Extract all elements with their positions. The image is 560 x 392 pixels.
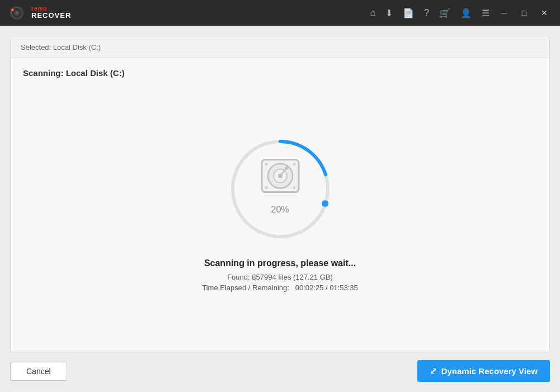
svg-point-16 xyxy=(293,186,295,189)
dynamic-recovery-button[interactable]: ⤢ Dynamic Recovery View xyxy=(417,360,550,382)
found-label: Found: xyxy=(227,273,250,281)
hdd-icon xyxy=(255,151,305,201)
scan-time: Time Elapsed / Remaining: 00:02:25 / 01:… xyxy=(202,284,357,292)
scan-header: Selected: Local Disk (C:) xyxy=(11,36,549,58)
bottom-bar: Cancel ⤢ Dynamic Recovery View xyxy=(10,360,550,382)
download-icon[interactable]: ⬇ xyxy=(385,8,393,18)
time-label: Time Elapsed / Remaining: xyxy=(202,284,289,292)
progress-area: 20% Scanning in progress, please wait...… xyxy=(23,83,537,342)
close-button[interactable]: ✕ xyxy=(535,4,553,22)
cancel-button[interactable]: Cancel xyxy=(10,362,67,381)
scan-status: Scanning in progress, please wait... Fou… xyxy=(202,258,357,292)
svg-point-14 xyxy=(293,163,295,166)
svg-point-13 xyxy=(265,163,267,166)
svg-point-15 xyxy=(265,186,267,189)
scan-body: Scanning: Local Disk (C:) xyxy=(11,58,549,352)
app-brand-recover: RECOVER xyxy=(31,12,71,20)
cart-icon[interactable]: 🛒 xyxy=(439,8,450,18)
selected-disk-label: Selected: Local Disk (C:) xyxy=(21,43,101,51)
title-bar: R remo RECOVER ⌂ ⬇ 📄 ? 🛒 👤 ☰ ─ □ xyxy=(0,0,560,26)
scanning-label: Scanning: Local Disk (C:) xyxy=(23,68,125,78)
found-files-value: 857994 files (127.21 GB) xyxy=(252,273,333,281)
app-logo: R xyxy=(7,3,27,23)
scan-progress-message: Scanning in progress, please wait... xyxy=(202,258,357,268)
minimize-button[interactable]: ─ xyxy=(495,4,513,22)
circle-progress: 20% xyxy=(224,133,336,245)
progress-indicator-dot xyxy=(322,200,328,207)
svg-point-12 xyxy=(285,167,288,170)
percent-label: 20% xyxy=(271,205,289,215)
title-bar-left: R remo RECOVER xyxy=(7,3,71,23)
maximize-button[interactable]: □ xyxy=(515,4,533,22)
scan-panel: Selected: Local Disk (C:) Scanning: Loca… xyxy=(10,36,550,352)
svg-text:R: R xyxy=(12,8,14,12)
file-icon[interactable]: 📄 xyxy=(403,8,414,18)
window-controls: ─ □ ✕ xyxy=(495,4,553,22)
svg-point-4 xyxy=(16,12,18,14)
home-icon[interactable]: ⌂ xyxy=(370,8,375,18)
title-bar-icons: ⌂ ⬇ 📄 ? 🛒 👤 ☰ xyxy=(370,8,490,18)
dynamic-recovery-label: Dynamic Recovery View xyxy=(441,366,538,376)
menu-icon[interactable]: ☰ xyxy=(482,8,490,18)
help-icon[interactable]: ? xyxy=(424,8,429,18)
hdd-icon-container: 20% xyxy=(255,151,305,215)
time-value: 00:02:25 / 01:53:35 xyxy=(295,284,358,292)
scan-found-count: Found: 857994 files (127.21 GB) xyxy=(202,273,357,281)
user-icon[interactable]: 👤 xyxy=(460,8,472,18)
expand-icon: ⤢ xyxy=(430,366,437,376)
main-content: Selected: Local Disk (C:) Scanning: Loca… xyxy=(0,26,560,392)
